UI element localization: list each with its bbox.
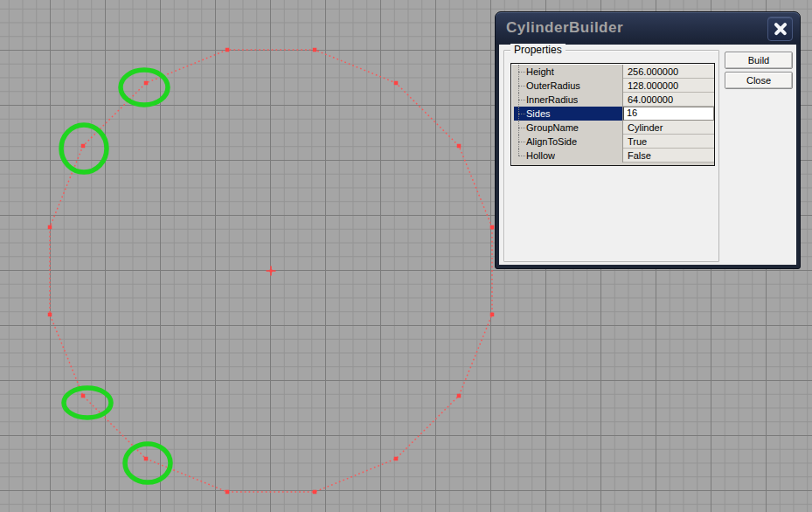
- property-row-outerradius[interactable]: OuterRadius 128.000000: [511, 79, 714, 93]
- tree-branch-icon: [514, 121, 525, 135]
- property-value-cell[interactable]: False: [622, 149, 714, 163]
- properties-group-label: Properties: [510, 44, 566, 56]
- vertex-handle[interactable]: [394, 457, 399, 461]
- property-value-cell[interactable]: 256.000000: [622, 65, 714, 79]
- highlight-circle: [121, 70, 168, 105]
- property-label-cell: Sides: [514, 107, 622, 121]
- property-name: InnerRadius: [525, 93, 578, 107]
- property-value-cell[interactable]: 128.000000: [622, 79, 714, 93]
- highlight-circle: [125, 444, 170, 482]
- dialog-client-area: Properties Height 256.000000 OuterRadius…: [499, 45, 796, 265]
- vertex-handle[interactable]: [394, 81, 399, 86]
- highlight-circle: [61, 125, 107, 172]
- property-row-groupname[interactable]: GroupName Cylinder: [511, 121, 714, 135]
- vertex-handle[interactable]: [81, 144, 86, 149]
- property-name: AlignToSide: [525, 135, 577, 149]
- vertex-handle[interactable]: [490, 225, 495, 230]
- vertex-handle[interactable]: [226, 490, 230, 495]
- vertex-handle[interactable]: [144, 81, 149, 86]
- property-row-hollow[interactable]: Hollow False: [511, 149, 714, 163]
- properties-group: Properties Height 256.000000 OuterRadius…: [503, 50, 719, 262]
- workspace: { "dialog": { "title": "CylinderBuilder"…: [0, 0, 812, 512]
- tree-branch-icon: [514, 135, 525, 149]
- property-name: OuterRadius: [525, 79, 580, 93]
- property-row-sides[interactable]: Sides 16: [511, 107, 714, 121]
- property-row-height[interactable]: Height 256.000000: [511, 65, 714, 79]
- tree-branch-icon: [514, 149, 525, 163]
- vertex-handle[interactable]: [48, 225, 52, 230]
- vertex-handle[interactable]: [144, 457, 149, 461]
- vertex-handle[interactable]: [313, 48, 317, 52]
- property-value-cell[interactable]: 64.000000: [622, 93, 714, 107]
- property-label-cell: Hollow: [514, 149, 622, 163]
- tree-branch-icon: [514, 93, 525, 107]
- tree-branch-icon: [514, 65, 525, 79]
- tree-branch-icon: [514, 79, 525, 93]
- vertex-handle[interactable]: [48, 313, 52, 317]
- vertex-handle[interactable]: [226, 48, 230, 52]
- property-value-cell[interactable]: 16: [622, 107, 714, 121]
- vertex-handle[interactable]: [490, 313, 495, 317]
- property-value-cell[interactable]: Cylinder: [622, 121, 714, 135]
- vertex-handle[interactable]: [457, 394, 462, 398]
- vertex-handle[interactable]: [313, 490, 317, 495]
- property-label-cell: OuterRadius: [514, 79, 622, 93]
- vertex-handle[interactable]: [457, 144, 462, 149]
- dialog-title: CylinderBuilder: [506, 19, 623, 37]
- property-value-cell[interactable]: True: [622, 135, 714, 149]
- highlight-circle: [64, 388, 111, 418]
- build-button[interactable]: Build: [725, 52, 793, 69]
- property-name: Hollow: [525, 149, 555, 163]
- property-label-cell: AlignToSide: [514, 135, 622, 149]
- center-vertex-point[interactable]: [270, 270, 273, 273]
- property-label-cell: GroupName: [514, 121, 622, 135]
- vertex-handle[interactable]: [81, 394, 86, 398]
- close-dialog-button[interactable]: Close: [725, 72, 793, 89]
- property-name: GroupName: [525, 121, 579, 135]
- tree-branch-icon: [514, 107, 525, 121]
- property-label-cell: InnerRadius: [514, 93, 622, 107]
- property-row-innerradius[interactable]: InnerRadius 64.000000: [511, 93, 714, 107]
- property-name: Height: [525, 65, 554, 79]
- property-grid[interactable]: Height 256.000000 OuterRadius 128.000000…: [510, 63, 715, 166]
- close-button[interactable]: [767, 17, 793, 41]
- property-row-aligntoside[interactable]: AlignToSide True: [511, 135, 714, 149]
- cylinder-builder-dialog: CylinderBuilder Properties Height 256.00…: [495, 11, 801, 269]
- dialog-titlebar[interactable]: CylinderBuilder: [496, 12, 800, 45]
- property-name: Sides: [525, 107, 551, 121]
- sides-value-input[interactable]: 16: [623, 107, 714, 121]
- property-label-cell: Height: [514, 65, 622, 79]
